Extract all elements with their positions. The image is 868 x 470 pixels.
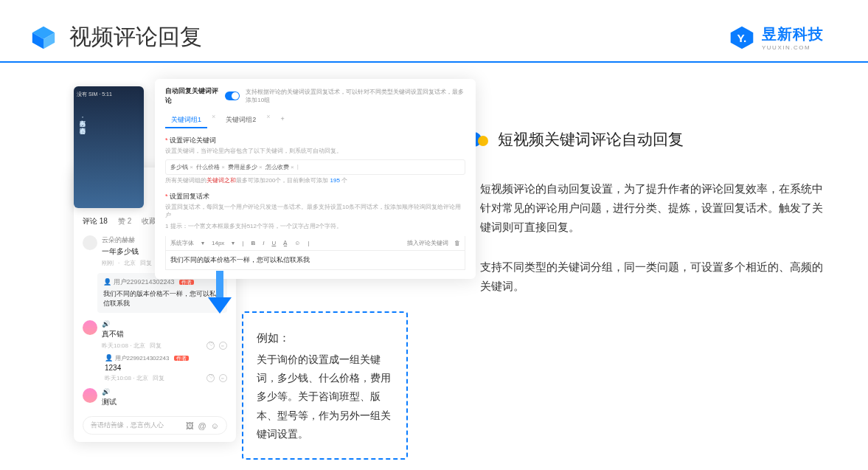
avatar bbox=[83, 320, 97, 335]
emoji-icon[interactable]: ☺ bbox=[211, 421, 219, 430]
left-demo-column: 没有 SIM · 5:11 为何心有凉， 自安心有洒 自动回复关键词评论 支持根… bbox=[29, 79, 400, 317]
page-header: 视频评论回复 Y. 昱新科技 YUUXIN.COM bbox=[0, 0, 868, 63]
reply-label: 设置回复话术 bbox=[170, 193, 209, 200]
input-placeholder: 善语结善缘，恶言伤人心 bbox=[91, 421, 164, 430]
chip[interactable]: 怎么收费 bbox=[265, 163, 294, 171]
example-title: 例如： bbox=[257, 328, 393, 348]
font-family-select[interactable]: 系统字体 bbox=[170, 239, 194, 247]
font-size-select[interactable]: 14px bbox=[212, 240, 224, 246]
add-tab-button[interactable]: + bbox=[275, 113, 291, 128]
logo-icon: Y. bbox=[729, 25, 754, 50]
like-icon[interactable] bbox=[206, 374, 215, 382]
svg-marker-6 bbox=[208, 297, 232, 314]
image-icon[interactable]: 🖼 bbox=[186, 421, 194, 430]
chip[interactable]: 费用是多少 bbox=[228, 163, 263, 171]
keyword-chips[interactable]: 多少钱 什么价格 费用是多少 怎么收费 | bbox=[165, 159, 465, 175]
emoji-button[interactable]: ☺ bbox=[294, 240, 300, 246]
author-badge: 作者 bbox=[179, 280, 194, 285]
keyword-desc: 设置关键词，当评论里内容包含了以下关键词，则系统可自动回复。 bbox=[165, 147, 465, 155]
svg-rect-5 bbox=[216, 271, 223, 299]
status-bar: 没有 SIM · 5:11 bbox=[77, 91, 141, 98]
color-button[interactable]: A̲ bbox=[283, 240, 287, 246]
reply-text: 我们不同的版本价格不一样，您可以私信联系我 bbox=[103, 289, 221, 308]
reply-link[interactable]: 回复 bbox=[140, 259, 152, 267]
comment-input[interactable]: 善语结善缘，恶言伤人心 🖼 @ ☺ bbox=[83, 416, 227, 435]
keyword-group-tab-1[interactable]: 关键词组1 bbox=[165, 113, 207, 128]
reply-link[interactable]: 回复 bbox=[153, 374, 164, 382]
comment-text: 测试 bbox=[102, 397, 227, 407]
insert-keyword-button[interactable]: 插入评论关键词 bbox=[407, 239, 448, 247]
bullet-point: 短视频评论的自动回复设置，为了提升作者的评论回复效率，在系统中针对常见的评论用户… bbox=[467, 179, 824, 237]
reply-tip: 1 提示：一个富文本框最多支持512个字符，一个汉字占用2个字符。 bbox=[165, 222, 465, 230]
editor-toolbar: 系统字体▾ 14px▾ | B I U A̲ ☺ | 插入评论关键词 🗑 bbox=[165, 236, 465, 251]
auto-reply-toggle[interactable] bbox=[225, 91, 240, 100]
mention-icon[interactable]: @ bbox=[198, 421, 206, 430]
sub-comment: 👤 用户2299214302243 作者 1234 昨天10:08 · 北京 回… bbox=[96, 353, 236, 384]
comment-item: 🔊 真不错 昨天10:08 · 北京 回复 bbox=[74, 316, 236, 353]
dislike-icon[interactable] bbox=[219, 374, 227, 382]
example-box: 例如： 关于询价的设置成一组关键词，多少钱、什么价格，费用多少等。关于咨询班型、… bbox=[242, 311, 408, 460]
avatar bbox=[83, 388, 97, 403]
delete-button[interactable]: 🗑 bbox=[454, 240, 460, 246]
svg-point-8 bbox=[478, 136, 488, 146]
chip[interactable]: 什么价格 bbox=[196, 163, 225, 171]
like-icon[interactable] bbox=[206, 342, 215, 350]
svg-text:Y.: Y. bbox=[737, 31, 747, 44]
comment-item: 🔊 测试 bbox=[74, 384, 236, 410]
bold-button[interactable]: B bbox=[251, 240, 255, 246]
video-thumbnail: 没有 SIM · 5:11 为何心有凉， 自安心有洒 bbox=[74, 86, 144, 208]
bullet-point: 支持不同类型的关键词分组，同一类问题，可设置多个相近的、高频的关键词。 bbox=[467, 258, 824, 296]
avatar bbox=[83, 235, 97, 250]
keyword-group-tab-2[interactable]: 关键词组2 bbox=[220, 113, 262, 128]
logo-subtext: YUUXIN.COM bbox=[762, 44, 810, 51]
reply-editor[interactable]: 我们不同的版本价格不一样，您可以私信联系我 bbox=[165, 251, 465, 270]
reply-desc: 设置回复话术，每回复一个用户评论只发送一条话术。最多支持设置10条不同话术，按添… bbox=[165, 203, 465, 219]
video-caption: 为何心有凉， 自安心有洒 bbox=[77, 116, 86, 175]
reply-link[interactable]: 回复 bbox=[150, 342, 162, 350]
switch-desc: 支持根据评论的关键词设置回复话术，可以针对不同类型关键词设置回复话术，最多添加1… bbox=[246, 88, 465, 104]
keyword-label: 设置评论关键词 bbox=[170, 136, 216, 144]
logo-text: 昱新科技 bbox=[762, 24, 824, 44]
arrow-down-icon bbox=[205, 271, 235, 318]
title-group: 视频评论回复 bbox=[29, 22, 202, 52]
italic-button[interactable]: I bbox=[263, 240, 264, 246]
settings-panel: 自动回复关键词评论 支持根据评论的关键词设置回复话术，可以针对不同类型关键词设置… bbox=[155, 79, 476, 279]
comment-text: 真不错 bbox=[102, 329, 227, 339]
right-text-column: 短视频关键词评论自动回复 短视频评论的自动回复设置，为了提升作者的评论回复效率，… bbox=[467, 79, 824, 317]
page-title: 视频评论回复 bbox=[69, 22, 202, 52]
tab-likes[interactable]: 赞 2 bbox=[118, 216, 131, 227]
tab-comments[interactable]: 评论 18 bbox=[83, 216, 108, 227]
section-title: 短视频关键词评论自动回复 bbox=[498, 129, 684, 150]
cube-icon bbox=[29, 24, 58, 52]
chip[interactable]: 多少钱 bbox=[170, 163, 193, 171]
underline-button[interactable]: U bbox=[271, 240, 276, 246]
switch-label: 自动回复关键词评论 bbox=[165, 86, 219, 106]
company-logo: Y. 昱新科技 YUUXIN.COM bbox=[729, 24, 824, 51]
dislike-icon[interactable] bbox=[219, 342, 227, 350]
example-body: 关于询价的设置成一组关键词，多少钱、什么价格，费用多少等。关于咨询班型、版本、型… bbox=[257, 350, 393, 443]
